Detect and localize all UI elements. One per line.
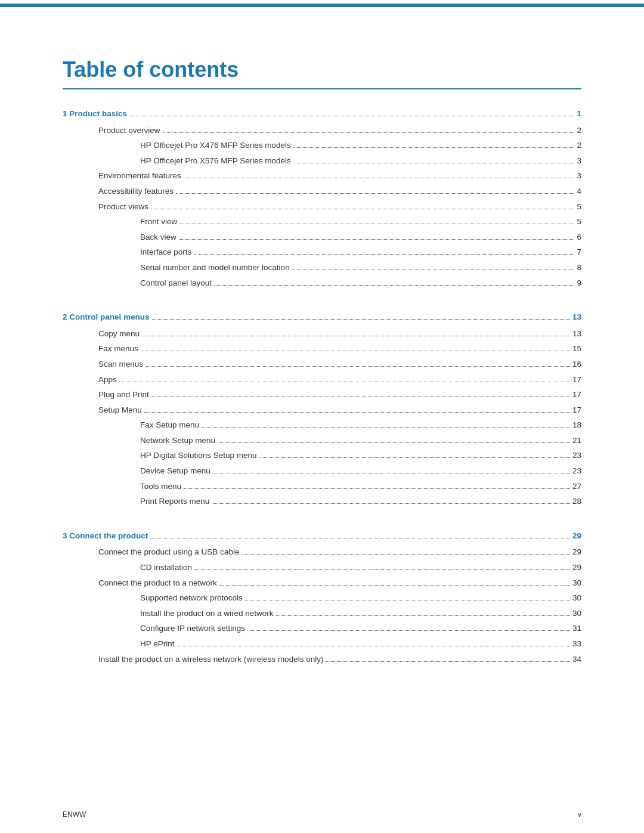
toc-entry: Product views5 [63,200,581,213]
toc-label: Product overview [98,124,160,137]
toc-dots [194,569,570,570]
toc-entry: Accessibility features4 [63,185,581,198]
toc-entry: 2 Control panel menus13 [63,311,581,324]
top-border [0,4,644,7]
toc-entry: Configure IP network settings31 [63,622,581,635]
toc-dots [151,397,570,397]
toc-entry: Install the product on a wireless networ… [63,653,581,666]
toc-entry: CD installation29 [63,561,581,574]
toc-entry: Network Setup menu21 [63,434,581,447]
toc-dots [212,503,570,504]
toc-label: Apps [98,373,117,386]
toc-label: Setup Menu [98,404,142,417]
toc-dots [144,412,570,413]
toc-page: 23 [572,449,581,462]
toc-page: 27 [572,480,581,493]
toc-label: HP Digital Solutions Setup menu [140,449,257,462]
toc-dots [293,163,575,163]
toc-entry: Supported network protocols30 [63,592,581,605]
toc-page: 3 [577,154,581,168]
toc-page: 2 [577,139,581,152]
toc-dots [141,351,570,351]
toc-dots [218,442,570,443]
toc-page: 29 [572,529,581,543]
toc-page: 23 [572,465,581,478]
content-area: Table of contents 1 Product basics1Produ… [0,4,644,716]
toc-entry: Scan menus16 [63,358,581,371]
toc-dots [150,538,570,538]
toc-entry: Environmental features3 [63,169,581,182]
toc-section: 1 Product basics1Product overview2HP Off… [63,107,581,665]
toc-dots [219,585,570,586]
toc-page: 1 [577,107,581,120]
toc-dots [152,319,570,320]
toc-dots [194,254,574,255]
toc-dots [119,382,570,382]
toc-label: 3 Connect the product [63,529,148,543]
toc-page: 6 [577,231,581,244]
toc-label: Configure IP network settings [140,622,245,635]
toc-page: 3 [577,169,581,182]
toc-dots [184,488,570,489]
toc-dots [326,661,570,662]
toc-entry: Control panel layout9 [63,277,581,290]
toc-dots [129,116,574,116]
toc-label: Scan menus [98,358,143,371]
toc-label: Front view [140,215,177,228]
toc-page: 17 [572,373,581,386]
toc-page: 5 [577,215,581,228]
toc-page: 15 [572,342,581,355]
toc-label: Back view [140,231,177,244]
toc-entry: Plug and Print17 [63,388,581,401]
toc-page: 30 [572,592,581,605]
toc-dots [179,224,574,224]
toc-label: HP ePrint [140,637,175,651]
toc-entry: HP ePrint33 [63,637,581,651]
toc-page: 28 [572,495,581,508]
toc-dots [213,473,570,473]
toc-label: Interface ports [140,246,191,259]
toc-entry: 3 Connect the product29 [63,529,581,543]
toc-dots [177,646,570,646]
toc-dots [179,239,575,240]
toc-dots [176,193,574,194]
page-container: Table of contents 1 Product basics1Produ… [0,4,644,833]
toc-label: Serial number and model number location [140,261,290,274]
toc-page: 2 [577,124,581,137]
toc-page: 29 [572,561,581,574]
toc-entry: Interface ports7 [63,246,581,259]
toc-label: Copy menu [98,327,140,340]
toc-entry: Tools menu27 [63,480,581,493]
toc-label: HP Officejet Pro X476 MFP Series models [140,139,291,152]
section-spacer [63,292,581,300]
toc-entry: Device Setup menu23 [63,465,581,478]
footer-right: v [578,810,581,819]
toc-entry: Fax menus15 [63,342,581,355]
toc-page: 9 [577,277,581,290]
toc-label: Connect the product to a network [98,577,217,590]
toc-page: 4 [577,185,581,198]
toc-entry: Connect the product to a network30 [63,577,581,590]
footer: ENWW v [63,810,581,819]
toc-entry: Print Reports menu28 [63,495,581,508]
toc-dots [276,615,570,616]
toc-entry: 1 Product basics1 [63,107,581,120]
toc-dots [163,132,575,133]
toc-page: 13 [572,311,581,324]
toc-dots [259,457,570,458]
toc-label: CD installation [140,561,192,574]
toc-page: 16 [572,358,581,371]
toc-dots [142,336,570,336]
toc-entry: Front view5 [63,215,581,228]
toc-label: Accessibility features [98,185,174,198]
toc-label: Control panel layout [140,277,212,290]
toc-entry: Product overview2 [63,124,581,137]
toc-label: 2 Control panel menus [63,311,150,324]
toc-page: 33 [572,637,581,651]
toc-dots [184,178,575,178]
toc-page: 30 [572,607,581,620]
toc-page: 30 [572,577,581,590]
toc-page: 5 [577,200,581,213]
toc-label: Fax Setup menu [140,419,199,432]
toc-label: Tools menu [140,480,181,493]
